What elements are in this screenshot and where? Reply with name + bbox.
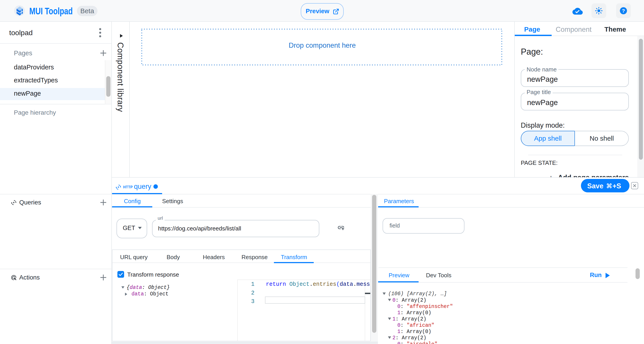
svg-text:?: ?: [622, 8, 625, 14]
